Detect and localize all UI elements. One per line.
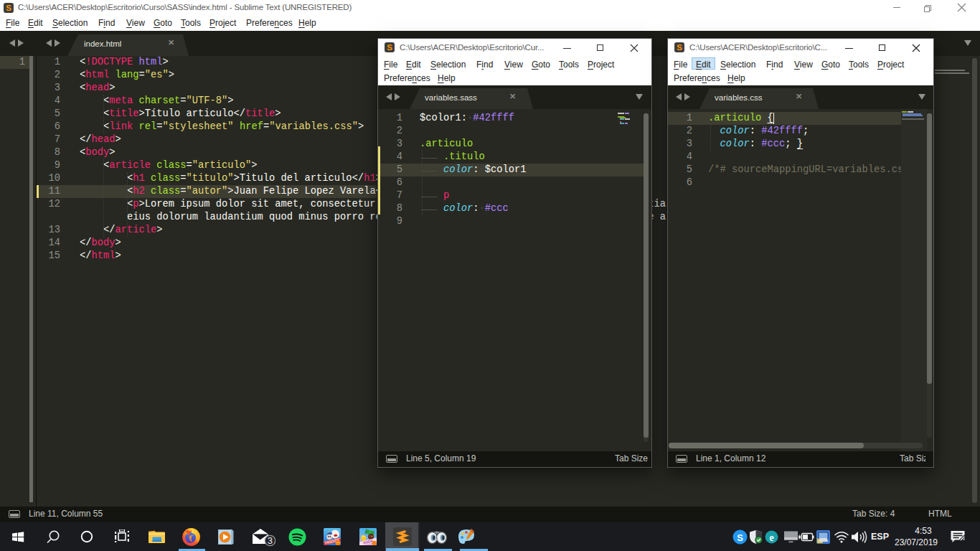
svg-text:3: 3: [268, 536, 273, 546]
svg-text:S: S: [737, 532, 743, 542]
svg-text:e: e: [769, 532, 773, 542]
